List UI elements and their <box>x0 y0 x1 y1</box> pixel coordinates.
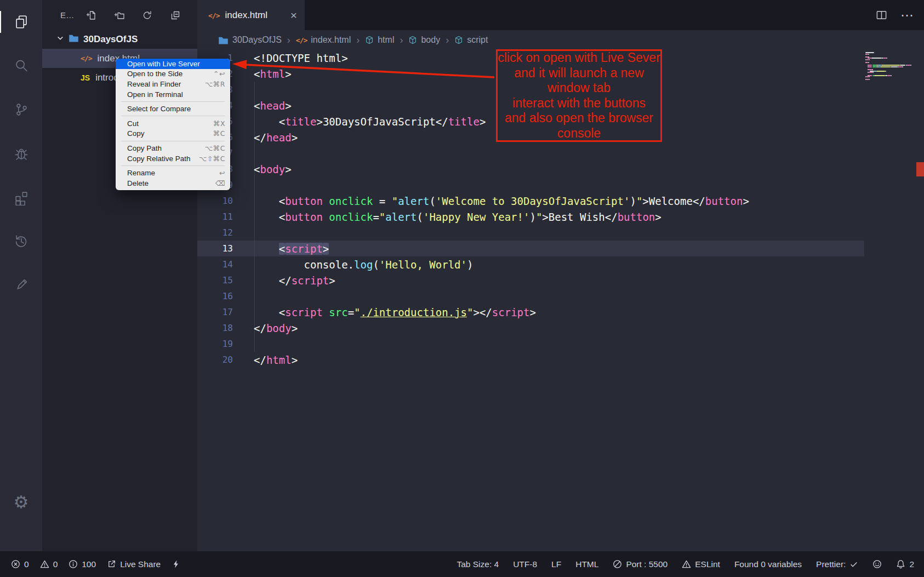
tab-index-html[interactable]: </> index.html × <box>197 0 305 30</box>
menu-item-rename[interactable]: Rename↩ <box>116 168 230 178</box>
menu-item-label: Cut <box>127 119 213 128</box>
breadcrumb-separator: › <box>356 35 360 45</box>
activity-extensions-button[interactable] <box>0 186 42 208</box>
split-editor-button[interactable] <box>876 9 887 21</box>
code-line-16[interactable]: 16 <box>197 288 864 304</box>
status-notifications[interactable]: 2 <box>896 559 914 569</box>
activity-settings-button[interactable]: ⚙ <box>0 491 42 513</box>
menu-item-cut[interactable]: Cut⌘X <box>116 118 230 129</box>
status-prettier[interactable]: Prettier: <box>816 559 858 569</box>
code-line-10[interactable]: 10 <button onclick = "alert('Welcome to … <box>197 193 864 209</box>
breadcrumb-item-body[interactable]: body <box>408 35 440 45</box>
context-menu: Open with Live ServerOpen to the Side⌃↩R… <box>116 59 230 190</box>
status-encoding[interactable]: UTF-8 <box>513 559 537 569</box>
annotation-line: interact with the buttons <box>512 96 646 111</box>
line-number: 10 <box>197 196 233 206</box>
line-content: <script> <box>254 243 329 255</box>
status-eslint[interactable]: ESLint <box>682 559 720 569</box>
line-number: 19 <box>197 339 233 349</box>
menu-item-delete[interactable]: Delete⌫ <box>116 178 230 188</box>
activity-explorer-button[interactable] <box>0 11 42 33</box>
menu-item-shortcut: ⌥⌘C <box>205 144 225 152</box>
activity-history-button[interactable] <box>0 230 42 252</box>
folder-icon <box>69 33 79 43</box>
status-live-share-text: Live Share <box>120 559 161 569</box>
code-line-19[interactable]: 19 <box>197 336 864 352</box>
line-number: 15 <box>197 275 233 285</box>
new-file-button[interactable] <box>86 10 97 21</box>
cube-icon <box>408 36 417 44</box>
breadcrumb-item-script[interactable]: script <box>454 35 488 45</box>
menu-item-copy-relative-path[interactable]: Copy Relative Path⌥⇧⌘C <box>116 153 230 164</box>
breadcrumb-label: body <box>421 35 440 45</box>
breadcrumb-item-index-html[interactable]: </>index.html <box>296 35 351 45</box>
menu-item-copy[interactable]: Copy⌘C <box>116 129 230 139</box>
folder-section-header[interactable]: 30DaysOfJS <box>42 30 197 49</box>
code-line-7[interactable]: 7 <box>197 145 864 161</box>
more-actions-button[interactable]: ⋯ <box>900 9 914 22</box>
gear-icon: ⚙ <box>14 494 29 511</box>
activity-source-control-button[interactable] <box>0 99 42 121</box>
collapse-all-button[interactable] <box>170 10 181 21</box>
status-warnings[interactable]: 0 <box>40 559 58 569</box>
activity-edit-session-button[interactable] <box>0 274 42 296</box>
status-eslint-text: ESLint <box>695 559 720 569</box>
status-port[interactable]: Port : 5500 <box>613 559 668 569</box>
minimap[interactable] <box>864 52 916 81</box>
check-icon <box>849 560 858 569</box>
split-icon <box>876 9 887 21</box>
code-line-18[interactable]: 18</body> <box>197 320 864 336</box>
menu-item-open-to-the-side[interactable]: Open to the Side⌃↩ <box>116 69 230 79</box>
menu-item-shortcut: ⌘X <box>213 119 225 128</box>
status-language[interactable]: HTML <box>575 559 598 569</box>
activity-run-debug-button[interactable] <box>0 142 42 164</box>
line-content: <html> <box>254 68 292 80</box>
tab-label: index.html <box>225 10 267 21</box>
new-folder-button[interactable] <box>114 10 125 21</box>
status-zap[interactable] <box>172 559 181 569</box>
breadcrumb-item-30daysofjs[interactable]: 30DaysOfJS <box>218 35 282 45</box>
status-live-share[interactable]: Live Share <box>107 559 161 569</box>
status-errors-text: 0 <box>24 559 29 569</box>
breadcrumb-label: script <box>467 35 488 45</box>
annotation-line: console <box>557 126 601 141</box>
activity-search-button[interactable] <box>0 55 42 77</box>
status-info-text: 100 <box>82 559 96 569</box>
code-line-17[interactable]: 17 <script src="./introduction.js"></scr… <box>197 304 864 320</box>
menu-item-open-with-live-server[interactable]: Open with Live Server <box>116 59 230 69</box>
close-icon[interactable]: × <box>290 9 297 21</box>
menu-item-label: Copy Relative Path <box>127 155 199 163</box>
code-line-15[interactable]: 15 </script> <box>197 272 864 288</box>
code-line-20[interactable]: 20</html> <box>197 352 864 368</box>
code-line-14[interactable]: 14 console.log('Hello, World') <box>197 256 864 272</box>
html-icon: </> <box>81 55 92 62</box>
collapse-all-icon <box>170 10 181 21</box>
code-line-13[interactable]: 13 <script> <box>197 241 864 256</box>
code-line-8[interactable]: 8<body> <box>197 161 864 177</box>
code-line-11[interactable]: 11 <button onclick="alert('Happy New Yea… <box>197 209 864 225</box>
breadcrumb-item-html[interactable]: html <box>365 35 394 45</box>
code-line-9[interactable]: 9 <box>197 177 864 193</box>
refresh-icon <box>142 10 153 21</box>
annotation-line: and also open the browser <box>505 111 653 126</box>
line-content: <button onclick = "alert('Welcome to 30D… <box>254 195 749 207</box>
annotation-line: and it will launch a new <box>514 66 644 81</box>
line-number: 18 <box>197 323 233 333</box>
breadcrumb-separator: › <box>446 35 449 45</box>
status-info[interactable]: 100 <box>69 559 96 569</box>
code-line-12[interactable]: 12 <box>197 225 864 241</box>
status-tab-size[interactable]: Tab Size: 4 <box>457 559 499 569</box>
menu-item-open-in-terminal[interactable]: Open in Terminal <box>116 89 230 100</box>
refresh-button[interactable] <box>142 10 153 21</box>
status-eol[interactable]: LF <box>551 559 561 569</box>
line-content: <script src="./introduction.js"></script… <box>254 306 536 318</box>
menu-item-shortcut: ↩ <box>219 169 225 177</box>
menu-item-label: Open with Live Server <box>127 60 225 68</box>
menu-separator <box>121 116 225 116</box>
status-feedback[interactable] <box>872 559 882 569</box>
menu-item-reveal-in-finder[interactable]: Reveal in Finder⌥⌘R <box>116 79 230 89</box>
status-variables[interactable]: Found 0 variables <box>734 559 802 569</box>
menu-item-select-for-compare[interactable]: Select for Compare <box>116 104 230 114</box>
status-errors[interactable]: 0 <box>11 559 29 569</box>
menu-item-copy-path[interactable]: Copy Path⌥⌘C <box>116 143 230 153</box>
